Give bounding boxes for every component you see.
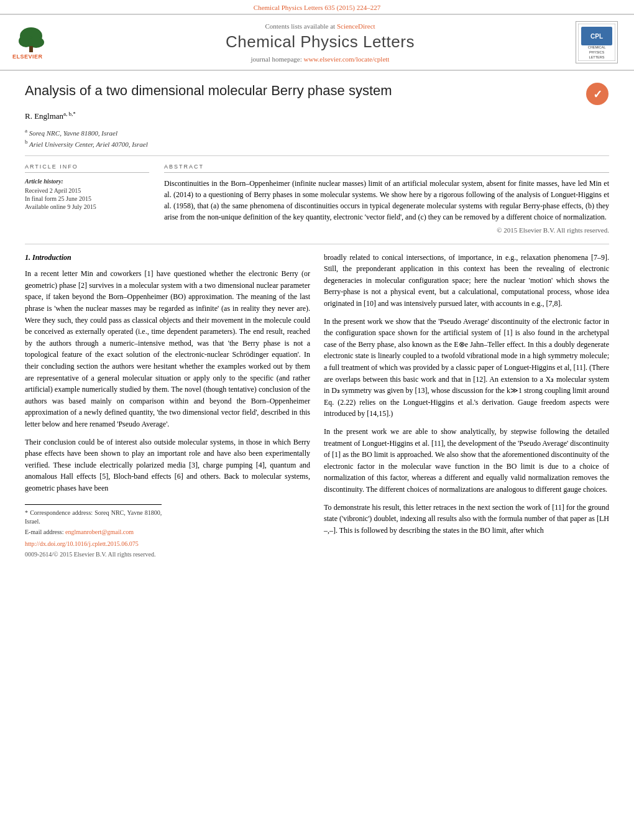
received-date: Received 2 April 2015 xyxy=(25,187,149,194)
author-superscript: a, b,* xyxy=(63,111,76,117)
available-online-date: Available online 9 July 2015 xyxy=(25,203,149,210)
svg-rect-4 xyxy=(29,46,33,52)
doi-link[interactable]: http://dx.doi.org/10.1016/j.cplett.2015.… xyxy=(25,539,162,549)
svg-text:CHEMICAL: CHEMICAL xyxy=(588,45,605,49)
author-line: R. Englmana, b,* xyxy=(25,111,609,121)
svg-text:LETTERS: LETTERS xyxy=(589,55,605,59)
footnote-star: * Correspondence address: Soreq NRC, Yav… xyxy=(25,509,162,526)
right-para-4: To demonstrate his result, this letter r… xyxy=(324,502,609,537)
right-para-2: In the present work we show that the 'Ps… xyxy=(324,316,609,420)
affiliation-b: b Ariel University Center, Ariel 40700, … xyxy=(25,139,609,148)
email-link[interactable]: englmanrobert@gmail.com xyxy=(65,528,134,535)
footnote-email: E-mail address: englmanrobert@gmail.com xyxy=(25,528,162,537)
affiliation-a: a Soreq NRC, Yavne 81800, Israel xyxy=(25,127,609,137)
body-right-column: broadly related to conical intersections… xyxy=(324,252,609,560)
article-abstract-column: ABSTRACT Discontinuities in the Born–Opp… xyxy=(164,164,609,234)
elsevier-logo: ELSEVIER xyxy=(12,22,68,62)
journal-logo-right: CPL CHEMICAL PHYSICS LETTERS xyxy=(572,21,622,63)
copyright-line: © 2015 Elsevier B.V. All rights reserved… xyxy=(164,226,609,234)
article-title: Analysis of a two dimensional molecular … xyxy=(25,82,586,100)
abstract-text: Discontinuities in the Born–Oppenheimer … xyxy=(164,178,609,223)
article-title-row: Analysis of a two dimensional molecular … xyxy=(25,82,609,106)
journal-title: Chemical Physics Letters xyxy=(81,32,559,52)
journal-homepage: journal homepage: www.elsevier.com/locat… xyxy=(81,55,559,63)
article-info-label: ARTICLE INFO xyxy=(25,164,149,173)
intro-para-1: In a recent letter Min and coworkers [1]… xyxy=(25,268,310,430)
journal-header-center: Contents lists available at ScienceDirec… xyxy=(81,22,559,63)
right-para-3: In the present work we are able to show … xyxy=(324,426,609,496)
svg-text:PHYSICS: PHYSICS xyxy=(589,50,604,54)
journal-citation-link[interactable]: Chemical Physics Letters 635 (2015) 224–… xyxy=(0,0,634,14)
journal-citation-anchor[interactable]: Chemical Physics Letters 635 (2015) 224–… xyxy=(254,4,380,11)
divider-1 xyxy=(25,155,609,156)
abstract-label: ABSTRACT xyxy=(164,164,609,173)
final-form-date: In final form 25 June 2015 xyxy=(25,195,149,202)
svg-text:ELSEVIER: ELSEVIER xyxy=(12,53,43,60)
journal-header: ELSEVIER Contents lists available at Sci… xyxy=(0,14,634,71)
crossmark-badge[interactable]: ✓ xyxy=(586,82,609,106)
body-left-column: 1. Introduction In a recent letter Min a… xyxy=(25,252,310,560)
issn-line: 0009-2614/© 2015 Elsevier B.V. All right… xyxy=(25,550,162,560)
svg-text:✓: ✓ xyxy=(593,88,602,101)
article-history-label: Article history: xyxy=(25,178,149,185)
page: Chemical Physics Letters 635 (2015) 224–… xyxy=(0,0,634,840)
footnote-area: * Correspondence address: Soreq NRC, Yav… xyxy=(25,504,162,560)
svg-text:CPL: CPL xyxy=(590,33,603,40)
intro-para-2: Their conclusion could be of interest al… xyxy=(25,436,310,494)
body-columns: 1. Introduction In a recent letter Min a… xyxy=(25,252,609,560)
journal-homepage-link[interactable]: www.elsevier.com/locate/cplett xyxy=(303,55,389,63)
article-meta-row: ARTICLE INFO Article history: Received 2… xyxy=(25,164,609,234)
journal-logo-box: CPL CHEMICAL PHYSICS LETTERS xyxy=(576,21,618,63)
section-1-heading: 1. Introduction xyxy=(25,252,310,264)
article-content: Analysis of a two dimensional molecular … xyxy=(0,71,634,572)
divider-2 xyxy=(25,244,609,244)
article-info-column: ARTICLE INFO Article history: Received 2… xyxy=(25,164,149,234)
sciencedirect-link: Contents lists available at ScienceDirec… xyxy=(81,22,559,30)
right-para-1: broadly related to conical intersections… xyxy=(324,252,609,310)
sciencedirect-anchor[interactable]: ScienceDirect xyxy=(337,22,375,30)
